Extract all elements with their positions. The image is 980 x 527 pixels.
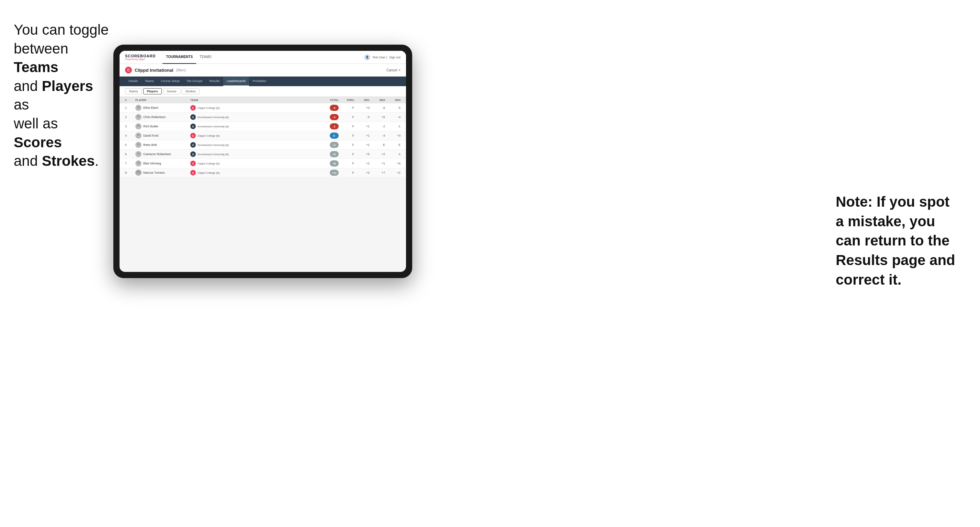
- rd1-cell: +5: [354, 152, 370, 156]
- svg-point-16: [137, 174, 140, 175]
- thru-cell: F: [339, 125, 354, 128]
- app-logo-title: SCOREBOARD: [125, 54, 156, 58]
- annotation-line6: and: [14, 153, 38, 169]
- thru-cell: F: [339, 143, 354, 147]
- toggle-players[interactable]: Players: [143, 88, 162, 94]
- tab-leaderboards[interactable]: Leaderboards: [223, 76, 250, 86]
- tab-tee-groups[interactable]: Tee Groups: [183, 76, 206, 86]
- svg-point-1: [137, 106, 140, 108]
- team-logo: C: [190, 133, 196, 138]
- nav-teams[interactable]: TEAMS: [196, 51, 215, 64]
- svg-point-3: [137, 115, 140, 117]
- tablet-frame: SCOREBOARD Powered by clippd TOURNAMENTS…: [113, 44, 412, 278]
- total-cell: +6: [321, 151, 339, 157]
- team-logo: S: [190, 124, 196, 129]
- col-header-rd3: RD3: [385, 98, 401, 102]
- thru-cell: F: [339, 134, 354, 137]
- player-name: Marcus Turners: [143, 171, 165, 175]
- tab-printables[interactable]: Printables: [249, 76, 270, 86]
- sign-out-link[interactable]: Sign out: [389, 56, 401, 59]
- total-cell: -4: [321, 114, 339, 120]
- table-body: 1 Elliot Ebert C Clippd College [A] -8 F…: [119, 103, 406, 272]
- player-name: Chris Robertson: [143, 115, 165, 119]
- annotation-players-bold: Players: [42, 78, 93, 94]
- annotation-line3: and: [14, 78, 38, 94]
- player-name: Elliot Ebert: [143, 106, 158, 110]
- thru-cell: F: [339, 106, 354, 110]
- rd2-cell: +2: [370, 152, 385, 156]
- table-row[interactable]: 7 Blair McHarg C Clippd College [A] +8 F…: [119, 159, 406, 168]
- player-avatar: [135, 142, 142, 148]
- team-logo: C: [190, 105, 196, 111]
- total-cell: +1: [321, 142, 339, 148]
- toggle-scores[interactable]: Scores: [163, 88, 180, 94]
- rd1-cell: +1: [354, 125, 370, 128]
- toggle-teams[interactable]: Teams: [125, 88, 142, 94]
- annotation-line1: You can toggle: [14, 22, 108, 38]
- annotation-strokes-bold: Strokes: [42, 153, 95, 169]
- col-header-rank: #: [125, 98, 135, 102]
- rd1-cell: +2: [354, 171, 370, 175]
- rd2-cell: -6: [370, 106, 385, 110]
- app-navbar: SCOREBOARD Powered by clippd TOURNAMENTS…: [119, 51, 406, 64]
- svg-point-6: [137, 127, 140, 129]
- annotation-teams-bold: Teams: [14, 59, 58, 75]
- table-row[interactable]: 5 Rees Britt S Scoreboard University [A]…: [119, 140, 406, 150]
- toggle-bar: Teams Players Scores Strokes: [119, 86, 406, 97]
- nav-tournaments[interactable]: TOURNAMENTS: [162, 51, 196, 64]
- team-name: Scoreboard University [A]: [197, 116, 229, 119]
- total-cell: +11: [321, 170, 339, 176]
- score-badge: -2: [330, 123, 339, 129]
- player-cell: Marcus Turners: [135, 170, 190, 176]
- col-header-spacer: [266, 98, 321, 102]
- thru-cell: F: [339, 171, 354, 175]
- rank-cell: 3: [125, 125, 135, 128]
- table-row[interactable]: 2 Chris Robertson S Scoreboard Universit…: [119, 113, 406, 122]
- tab-teams[interactable]: Teams: [142, 76, 158, 86]
- toggle-strokes[interactable]: Strokes: [182, 88, 200, 94]
- team-logo: S: [190, 142, 196, 148]
- cancel-button[interactable]: Cancel ×: [387, 68, 401, 72]
- table-row[interactable]: 1 Elliot Ebert C Clippd College [A] -8 F…: [119, 103, 406, 113]
- svg-point-10: [137, 146, 140, 147]
- user-label: Test User |: [372, 56, 387, 59]
- tournament-name: Clippd Invitational: [135, 68, 173, 73]
- rd3-cell: E: [385, 143, 401, 147]
- table-header: # PLAYER TEAM TOTAL THRU RD1 RD2 RD3: [119, 97, 406, 103]
- tab-course-setup[interactable]: Course Setup: [158, 76, 183, 86]
- rank-cell: 5: [125, 143, 135, 147]
- table-row[interactable]: 3 Rich Butler S Scoreboard University [A…: [119, 122, 406, 131]
- tab-results[interactable]: Results: [206, 76, 223, 86]
- svg-point-14: [137, 165, 140, 166]
- rd2-cell: E: [370, 143, 385, 147]
- tournament-gender: (Men): [176, 68, 186, 72]
- table-row[interactable]: 8 Marcus Turners C Clippd College [A] +1…: [119, 168, 406, 178]
- team-name: Clippd College [A]: [197, 106, 220, 110]
- rd2-cell: -4: [370, 134, 385, 137]
- rd1-cell: -5: [354, 115, 370, 119]
- player-cell: Elliot Ebert: [135, 105, 190, 111]
- rd1-cell: +1: [354, 134, 370, 137]
- col-header-thru: THRU: [339, 98, 354, 102]
- rd2-cell: -2: [370, 125, 385, 128]
- table-row[interactable]: 6 Cameron Robertson S Scoreboard Univers…: [119, 150, 406, 159]
- total-cell: -2: [321, 123, 339, 129]
- team-cell: S Scoreboard University [A]: [190, 124, 266, 129]
- team-name: Clippd College [A]: [197, 171, 220, 175]
- annotation-line2: between: [14, 41, 68, 57]
- player-avatar: [135, 114, 142, 120]
- app-logo: SCOREBOARD Powered by clippd: [125, 54, 156, 60]
- score-badge: E: [330, 133, 339, 139]
- col-header-player: PLAYER: [135, 98, 190, 102]
- table-row[interactable]: 4 David Ford C Clippd College [A] E F +1…: [119, 131, 406, 140]
- col-header-team: TEAM: [190, 98, 266, 102]
- thru-cell: F: [339, 162, 354, 165]
- user-avatar: 👤: [364, 54, 370, 60]
- rd3-cell: -5: [385, 106, 401, 110]
- tab-details[interactable]: Details: [125, 76, 142, 86]
- score-badge: -4: [330, 114, 339, 120]
- team-cell: S Scoreboard University [A]: [190, 142, 266, 148]
- score-badge: +11: [330, 170, 339, 176]
- team-logo: C: [190, 161, 196, 166]
- player-cell: Rees Britt: [135, 142, 190, 148]
